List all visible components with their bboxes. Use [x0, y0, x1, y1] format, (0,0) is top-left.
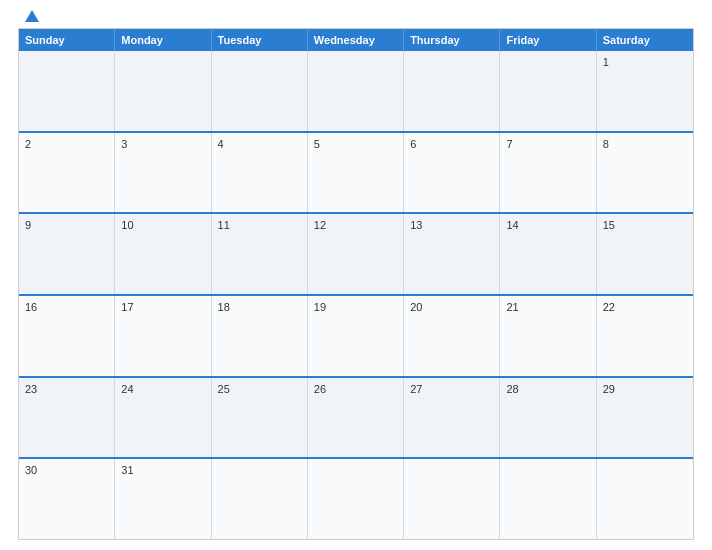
page: SundayMondayTuesdayWednesdayThursdayFrid… — [0, 0, 712, 550]
day-number: 5 — [314, 138, 320, 150]
calendar-cell: 27 — [404, 378, 500, 458]
day-number: 7 — [506, 138, 512, 150]
day-of-week-header: Sunday — [19, 29, 115, 51]
day-number: 13 — [410, 219, 422, 231]
calendar-cell: 19 — [308, 296, 404, 376]
day-number: 20 — [410, 301, 422, 313]
calendar-cell: 23 — [19, 378, 115, 458]
calendar-cell: 3 — [115, 133, 211, 213]
day-number: 6 — [410, 138, 416, 150]
calendar-cell: 8 — [597, 133, 693, 213]
day-number: 21 — [506, 301, 518, 313]
day-number: 16 — [25, 301, 37, 313]
day-of-week-header: Thursday — [404, 29, 500, 51]
day-number: 25 — [218, 383, 230, 395]
calendar-cell: 30 — [19, 459, 115, 539]
day-number: 3 — [121, 138, 127, 150]
calendar-cell — [500, 459, 596, 539]
calendar-cell: 6 — [404, 133, 500, 213]
calendar: SundayMondayTuesdayWednesdayThursdayFrid… — [18, 28, 694, 540]
day-number: 1 — [603, 56, 609, 68]
calendar-cell — [212, 459, 308, 539]
calendar-week: 3031 — [19, 457, 693, 539]
day-of-week-header: Friday — [500, 29, 596, 51]
day-of-week-header: Tuesday — [212, 29, 308, 51]
calendar-cell: 29 — [597, 378, 693, 458]
day-number: 8 — [603, 138, 609, 150]
day-of-week-header: Wednesday — [308, 29, 404, 51]
day-number: 29 — [603, 383, 615, 395]
day-number: 9 — [25, 219, 31, 231]
calendar-week: 9101112131415 — [19, 212, 693, 294]
calendar-cell: 31 — [115, 459, 211, 539]
calendar-cell: 26 — [308, 378, 404, 458]
day-number: 31 — [121, 464, 133, 476]
day-number: 10 — [121, 219, 133, 231]
day-number: 11 — [218, 219, 230, 231]
day-number: 30 — [25, 464, 37, 476]
header — [18, 10, 694, 22]
calendar-cell: 13 — [404, 214, 500, 294]
calendar-cell: 5 — [308, 133, 404, 213]
calendar-cell: 12 — [308, 214, 404, 294]
calendar-cell: 24 — [115, 378, 211, 458]
day-number: 26 — [314, 383, 326, 395]
day-number: 28 — [506, 383, 518, 395]
calendar-header: SundayMondayTuesdayWednesdayThursdayFrid… — [19, 29, 693, 51]
calendar-cell: 7 — [500, 133, 596, 213]
calendar-cell: 11 — [212, 214, 308, 294]
calendar-week: 2345678 — [19, 131, 693, 213]
calendar-cell — [404, 51, 500, 131]
day-of-week-header: Monday — [115, 29, 211, 51]
day-number: 22 — [603, 301, 615, 313]
day-number: 23 — [25, 383, 37, 395]
calendar-cell: 17 — [115, 296, 211, 376]
calendar-cell: 25 — [212, 378, 308, 458]
calendar-cell: 22 — [597, 296, 693, 376]
calendar-week: 1 — [19, 51, 693, 131]
day-number: 15 — [603, 219, 615, 231]
day-number: 27 — [410, 383, 422, 395]
calendar-cell: 2 — [19, 133, 115, 213]
logo — [20, 10, 39, 22]
calendar-cell — [500, 51, 596, 131]
day-number: 4 — [218, 138, 224, 150]
calendar-cell: 9 — [19, 214, 115, 294]
calendar-cell: 10 — [115, 214, 211, 294]
day-number: 17 — [121, 301, 133, 313]
calendar-body: 1234567891011121314151617181920212223242… — [19, 51, 693, 539]
calendar-cell: 15 — [597, 214, 693, 294]
logo-triangle-icon — [25, 10, 39, 22]
calendar-cell — [19, 51, 115, 131]
calendar-cell — [308, 51, 404, 131]
calendar-cell: 4 — [212, 133, 308, 213]
calendar-week: 23242526272829 — [19, 376, 693, 458]
day-number: 18 — [218, 301, 230, 313]
calendar-cell — [115, 51, 211, 131]
day-of-week-header: Saturday — [597, 29, 693, 51]
day-number: 14 — [506, 219, 518, 231]
calendar-cell: 14 — [500, 214, 596, 294]
calendar-cell: 18 — [212, 296, 308, 376]
calendar-cell — [597, 459, 693, 539]
calendar-week: 16171819202122 — [19, 294, 693, 376]
calendar-cell: 1 — [597, 51, 693, 131]
calendar-cell — [212, 51, 308, 131]
calendar-cell: 20 — [404, 296, 500, 376]
calendar-cell: 16 — [19, 296, 115, 376]
day-number: 19 — [314, 301, 326, 313]
day-number: 12 — [314, 219, 326, 231]
calendar-cell: 21 — [500, 296, 596, 376]
day-number: 24 — [121, 383, 133, 395]
calendar-cell — [308, 459, 404, 539]
day-number: 2 — [25, 138, 31, 150]
calendar-cell: 28 — [500, 378, 596, 458]
calendar-cell — [404, 459, 500, 539]
